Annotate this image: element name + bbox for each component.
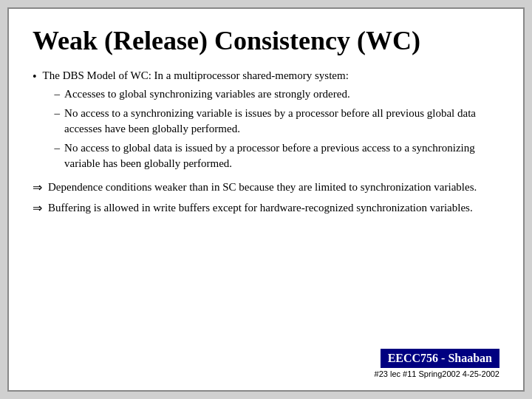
arrow-symbol-1: ⇒ <box>33 180 42 196</box>
sub-bullet-item-2: – No access to a synchronizing variable … <box>55 106 499 137</box>
arrow-text-1: Dependence conditions weaker than in SC … <box>48 180 499 195</box>
bullet-item-1: • The DBS Model of WC: In a multiprocess… <box>33 68 499 175</box>
footer-badge: EECC756 - Shaaban <box>381 349 499 368</box>
bullet-text-1: The DBS Model of WC: In a multiprocessor… <box>43 69 349 81</box>
sub-bullet-item-1: – Accesses to global synchronizing varia… <box>55 86 499 102</box>
bullet-dot-1: • <box>33 69 37 85</box>
slide-title: Weak (Release) Consistency (WC) <box>33 27 499 56</box>
sub-bullet-text-2: No access to a synchronizing variable is… <box>64 106 499 137</box>
sub-bullet-text-1: Accesses to global synchronizing variabl… <box>64 86 499 102</box>
sub-bullet-dash-2: – <box>55 106 61 121</box>
sub-bullet-dash-1: – <box>55 86 61 102</box>
arrow-text-2: Buffering is allowed in write buffers ex… <box>48 200 499 216</box>
slide: Weak (Release) Consistency (WC) • The DB… <box>7 7 525 392</box>
slide-footer: EECC756 - Shaaban #23 lec #11 Spring2002… <box>33 349 499 378</box>
slide-content: • The DBS Model of WC: In a multiprocess… <box>33 68 499 343</box>
arrow-item-2: ⇒ Buffering is allowed in write buffers … <box>33 200 499 216</box>
sub-bullets: – Accesses to global synchronizing varia… <box>55 86 499 171</box>
arrow-symbol-2: ⇒ <box>33 200 42 216</box>
sub-bullet-text-3: No access to global data is issued by a … <box>64 140 499 171</box>
footer-info: #23 lec #11 Spring2002 4-25-2002 <box>375 369 499 378</box>
sub-bullet-dash-3: – <box>55 140 61 156</box>
arrow-item-1: ⇒ Dependence conditions weaker than in S… <box>33 180 499 196</box>
sub-bullet-item-3: – No access to global data is issued by … <box>55 140 499 171</box>
